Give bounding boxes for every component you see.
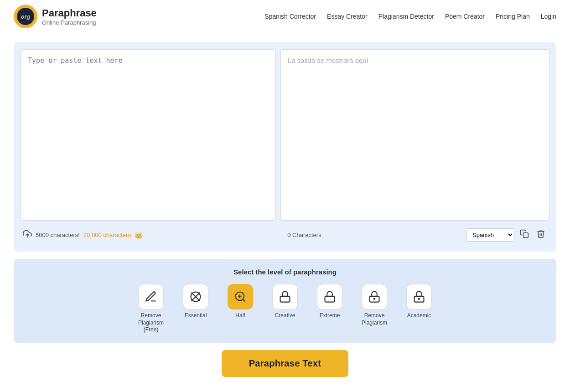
level-item-half[interactable]: Half bbox=[222, 284, 259, 334]
nav-item-essay-creator[interactable]: Essay Creator bbox=[327, 13, 368, 20]
paraphrase-btn-wrapper: Paraphrase Text bbox=[14, 350, 556, 377]
brand-tagline: Online Paraphrasing bbox=[42, 19, 97, 26]
char-info: 5000 characters! 20,000 characters 👑 bbox=[23, 229, 142, 241]
brand-name: Paraphrase bbox=[42, 7, 97, 19]
level-label-essential: Essential bbox=[185, 312, 207, 320]
level-label-remove-plagiarism: Remove Plagiarism bbox=[356, 312, 393, 326]
level-icon-remove-plagiarism bbox=[362, 284, 387, 309]
level-item-remove-plagiarism-free[interactable]: Remove Plagiarism(Free) bbox=[133, 284, 169, 334]
svg-point-14 bbox=[419, 299, 420, 299]
svg-point-12 bbox=[374, 299, 375, 299]
level-icon-half bbox=[228, 284, 253, 309]
level-label-creative: Creative bbox=[275, 312, 295, 320]
copy-button[interactable] bbox=[518, 227, 531, 242]
nav-item-login[interactable]: Login bbox=[541, 13, 556, 20]
level-options: Remove Plagiarism(Free) Essential bbox=[21, 284, 549, 334]
level-section: Select the level of paraphrasing Remove … bbox=[14, 259, 556, 343]
level-icon-extreme bbox=[317, 284, 342, 309]
level-item-remove-plagiarism[interactable]: Remove Plagiarism bbox=[356, 284, 393, 334]
logo-icon: org bbox=[14, 5, 37, 28]
level-title: Select the level of paraphrasing bbox=[21, 268, 549, 276]
crown-icon: 👑 bbox=[135, 232, 142, 239]
delete-button[interactable] bbox=[534, 227, 547, 242]
output-placeholder: La salida se mostrará aquí bbox=[288, 57, 368, 64]
logo-initials: org bbox=[21, 13, 31, 20]
upgrade-link[interactable]: 20,000 characters bbox=[83, 232, 131, 238]
text-panels: La salida se mostrará aquí bbox=[21, 49, 549, 221]
svg-rect-9 bbox=[280, 296, 290, 302]
level-label-academic: Academic bbox=[407, 312, 431, 320]
logo-inner: org bbox=[17, 8, 34, 25]
header: org Paraphrase Online Paraphrasing Spani… bbox=[0, 0, 570, 33]
level-item-academic[interactable]: Academic bbox=[401, 284, 437, 334]
nav-item-poem-creator[interactable]: Poem Creator bbox=[445, 13, 485, 20]
level-item-essential[interactable]: Essential bbox=[177, 284, 214, 334]
level-label-half: Half bbox=[235, 312, 245, 320]
right-controls: Spanish English French German Italian Po… bbox=[466, 227, 547, 242]
main-content: La salida se mostrará aquí 5000 characte… bbox=[0, 33, 570, 392]
logo-text: Paraphrase Online Paraphrasing bbox=[42, 7, 97, 26]
input-panel bbox=[21, 49, 276, 221]
svg-rect-1 bbox=[523, 233, 529, 238]
logo-area: org Paraphrase Online Paraphrasing bbox=[14, 5, 97, 28]
level-label-extreme: Extreme bbox=[320, 312, 340, 320]
svg-rect-10 bbox=[325, 296, 335, 302]
char-count: 0 Characters bbox=[287, 232, 321, 238]
char-limit-text: 5000 characters! bbox=[36, 232, 80, 238]
level-label-remove-plagiarism-free: Remove Plagiarism(Free) bbox=[133, 312, 169, 334]
level-item-extreme[interactable]: Extreme bbox=[311, 284, 348, 334]
level-icon-academic bbox=[406, 284, 432, 309]
upload-icon bbox=[23, 229, 32, 241]
level-item-creative[interactable]: Creative bbox=[267, 284, 303, 334]
input-textarea[interactable] bbox=[21, 50, 275, 218]
level-icon-essential bbox=[183, 284, 208, 309]
svg-line-6 bbox=[243, 299, 245, 301]
language-select[interactable]: Spanish English French German Italian Po… bbox=[466, 228, 514, 242]
level-icon-creative bbox=[272, 284, 298, 309]
nav-item-pricing-plan[interactable]: Pricing Plan bbox=[496, 13, 530, 20]
main-nav: Spanish Corrector Essay Creator Plagiari… bbox=[264, 13, 556, 20]
output-panel: La salida se mostrará aquí bbox=[280, 49, 549, 221]
nav-item-plagiarism-detector[interactable]: Plagiarism Detector bbox=[378, 13, 434, 20]
text-area-section: La salida se mostrará aquí 5000 characte… bbox=[14, 42, 556, 252]
level-icon-remove-plagiarism-free bbox=[138, 284, 164, 309]
bottom-bar: 5000 characters! 20,000 characters 👑 0 C… bbox=[21, 225, 549, 245]
nav-item-spanish-corrector[interactable]: Spanish Corrector bbox=[264, 13, 316, 20]
paraphrase-button[interactable]: Paraphrase Text bbox=[222, 350, 349, 377]
